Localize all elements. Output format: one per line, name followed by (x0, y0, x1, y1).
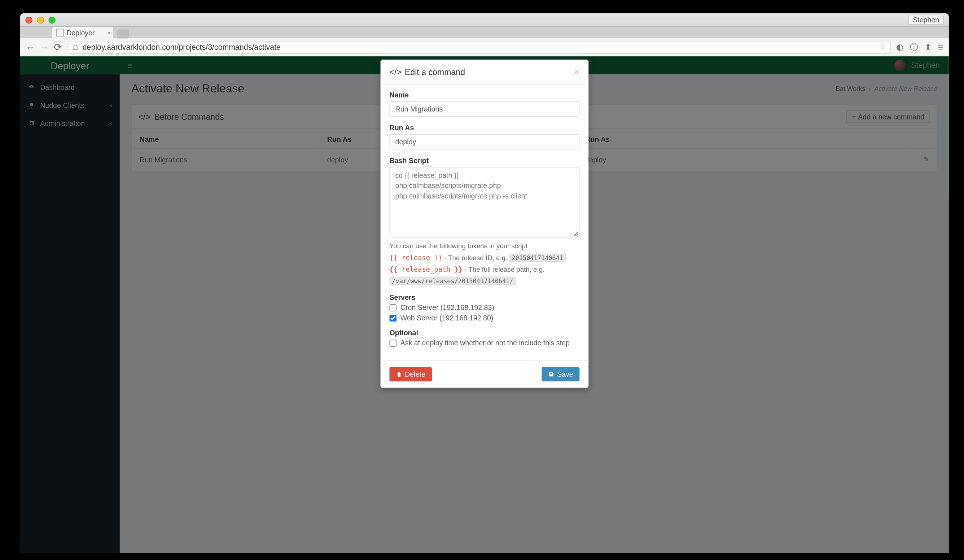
optional-label: Ask at deploy time whether or not the in… (401, 339, 570, 347)
server-option-web[interactable]: Web Server (192.168.192.80) (390, 314, 580, 322)
tab-close-icon[interactable]: × (107, 29, 111, 36)
url-bar[interactable]: 🗋 deploy.aardvarklondon.com/projects/3/c… (68, 41, 891, 54)
delete-button[interactable]: Delete (390, 367, 432, 381)
run-as-input[interactable] (390, 134, 580, 150)
page-icon: 🗋 (72, 43, 79, 51)
server-option-cron[interactable]: Cron Server (192.168.192.83) (390, 304, 580, 311)
extension-icon-3[interactable]: ⬆ (925, 42, 932, 52)
label-bash: Bash Script (390, 156, 580, 164)
browser-toolbar: ← → ⟳ 🗋 deploy.aardvarklondon.com/projec… (20, 38, 949, 56)
code-icon: </> (390, 67, 402, 77)
save-icon (548, 371, 555, 378)
save-button[interactable]: Save (542, 367, 580, 381)
server-label: Web Server (192.168.192.80) (401, 314, 493, 322)
server-checkbox-cron[interactable] (390, 304, 397, 311)
forward-button[interactable]: → (39, 41, 48, 52)
label-run-as: Run As (390, 124, 580, 131)
chrome-menu-icon[interactable]: ≡ (938, 41, 944, 52)
tokens-help: You can use the following tokens in your… (390, 241, 580, 287)
trash-icon (396, 371, 402, 378)
bash-textarea[interactable] (390, 167, 580, 238)
mac-profile-badge[interactable]: Stephen (909, 15, 944, 25)
url-text: deploy.aardvarklondon.com/projects/3/com… (83, 42, 281, 52)
modal-title: </> Edit a command (390, 67, 466, 77)
label-optional: Optional (390, 329, 580, 337)
browser-tab[interactable]: Deployer × (52, 27, 113, 38)
edit-command-modal: </> Edit a command × Name Run As Bash Sc… (381, 60, 589, 388)
extension-icon-1[interactable]: ◐ (896, 42, 904, 52)
name-input[interactable] (390, 101, 580, 117)
reload-button[interactable]: ⟳ (54, 41, 63, 53)
traffic-zoom[interactable] (48, 16, 55, 23)
optional-row[interactable]: Ask at deploy time whether or not the in… (390, 339, 580, 347)
modal-close-icon[interactable]: × (574, 66, 580, 78)
tab-title: Deployer (67, 29, 94, 36)
server-checkbox-web[interactable] (390, 315, 397, 322)
back-button[interactable]: ← (25, 41, 34, 52)
browser-tabstrip: Deployer × (20, 27, 949, 38)
bookmark-star-icon[interactable]: ☆ (879, 42, 886, 52)
server-label: Cron Server (192.168.192.83) (401, 304, 494, 311)
tab-favicon (56, 29, 64, 36)
mac-titlebar: Stephen (20, 13, 949, 27)
traffic-minimize[interactable] (37, 16, 44, 23)
traffic-close[interactable] (25, 16, 33, 23)
optional-checkbox[interactable] (390, 340, 397, 347)
label-servers: Servers (390, 294, 580, 301)
label-name: Name (390, 91, 580, 99)
extension-icon-2[interactable]: ⓘ (910, 41, 918, 53)
new-tab-button[interactable] (117, 29, 129, 39)
